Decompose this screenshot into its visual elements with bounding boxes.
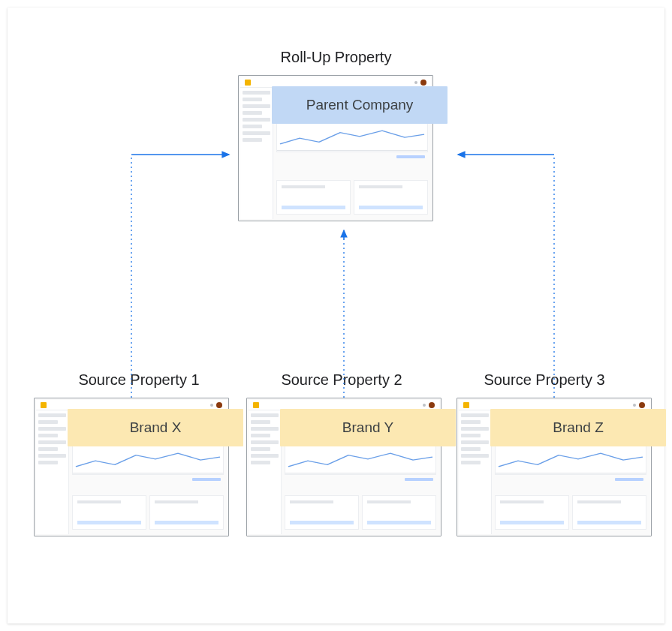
diagram-canvas: Roll-Up Property [8, 8, 664, 623]
source-badge-1: Brand X [68, 409, 243, 446]
parent-card: Parent Company [238, 75, 433, 221]
source-badge-3: Brand Z [490, 409, 666, 446]
source-card-1: Brand X [34, 398, 229, 536]
parent-badge: Parent Company [272, 86, 447, 124]
source-card-3: Brand Z [457, 398, 652, 536]
source-title-3: Source Property 3 [451, 371, 638, 389]
source-title-1: Source Property 1 [45, 371, 233, 389]
source-badge-2: Brand Y [280, 409, 456, 446]
source-card-2: Brand Y [246, 398, 441, 536]
parent-title: Roll-Up Property [8, 49, 664, 66]
source-title-2: Source Property 2 [248, 371, 435, 389]
